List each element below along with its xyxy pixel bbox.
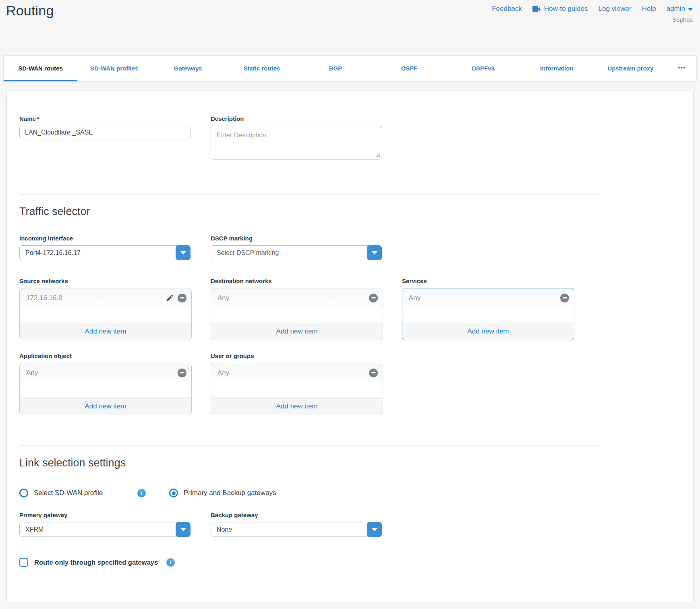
info-icon[interactable]: i — [137, 489, 146, 497]
info-icon[interactable]: i — [166, 558, 175, 567]
minus-bar — [371, 372, 376, 374]
name-label-text: Name — [19, 115, 36, 122]
tab-static-routes[interactable]: Static routes — [225, 56, 298, 81]
list-item: Any — [211, 288, 383, 307]
admin-user-label: admin — [667, 5, 685, 13]
name-input[interactable] — [19, 126, 191, 139]
radio-select-sdwan-profile[interactable]: Select SD-WAN profile — [19, 489, 130, 497]
gateway-mode-radio-row: Select SD-WAN profile i Primary and Back… — [19, 489, 681, 497]
add-new-item-button[interactable]: Add new item — [211, 398, 383, 415]
tab-ospf[interactable]: OSPF — [373, 56, 446, 81]
triangle-down-icon — [180, 251, 186, 255]
tab-ospfv3[interactable]: OSPFv3 — [446, 56, 520, 81]
user-group-item-text: Any — [217, 369, 369, 377]
box-empty-area — [211, 307, 383, 323]
dropdown-arrow-button[interactable] — [367, 522, 382, 537]
destination-networks-group: Destination networks Any Add new item — [211, 278, 383, 340]
backup-gateway-select[interactable]: None — [211, 522, 382, 537]
list-item: 172.16.16.0 — [20, 288, 191, 307]
radio-primary-backup-label: Primary and Backup gateways — [184, 489, 276, 497]
dropdown-arrow-button[interactable] — [367, 245, 382, 260]
remove-item-icon[interactable] — [369, 294, 378, 302]
radio-dot — [172, 491, 176, 495]
dscp-marking-label: DSCP marking — [211, 235, 382, 242]
tab-bgp[interactable]: BGP — [298, 56, 372, 81]
description-textarea[interactable] — [211, 126, 382, 160]
help-label: Help — [642, 5, 656, 13]
source-networks-group: Source networks 172.16.16.0 Add new item — [19, 278, 192, 340]
add-new-item-label: Add new item — [85, 327, 126, 336]
feedback-link-label: Feedback — [492, 5, 522, 13]
minus-bar — [563, 297, 567, 299]
add-new-item-button[interactable]: Add new item — [211, 323, 383, 340]
box-empty-area — [20, 307, 191, 323]
remove-item-icon[interactable] — [560, 294, 569, 302]
backup-gateway-label: Backup gateway — [211, 512, 382, 518]
feedback-link[interactable]: Feedback — [492, 5, 522, 13]
user-or-groups-label: User or groups — [211, 352, 383, 359]
brand-text: Sophos — [672, 16, 693, 23]
help-link[interactable]: Help — [642, 5, 656, 13]
radio-selected-icon[interactable] — [169, 489, 178, 497]
incoming-interface-select[interactable]: Port4-172.16.16.17 — [19, 245, 191, 260]
box-empty-area — [211, 382, 383, 398]
admin-user-menu[interactable]: admin — [667, 5, 693, 13]
description-label: Description — [211, 115, 382, 122]
description-textarea-wrap — [211, 126, 382, 160]
add-new-item-button[interactable]: Add new item — [402, 323, 574, 340]
log-viewer-label: Log viewer — [599, 5, 632, 13]
services-label: Services — [402, 278, 574, 284]
application-users-row: Application object Any Add new item User… — [19, 352, 681, 415]
name-field-group: Name* — [19, 115, 191, 160]
radio-unselected-icon[interactable] — [19, 489, 28, 497]
list-item: Any — [20, 363, 191, 382]
add-new-item-button[interactable]: Add new item — [20, 323, 191, 340]
primary-gateway-label: Primary gateway — [19, 512, 191, 518]
name-description-row: Name* Description — [19, 115, 681, 160]
primary-gateway-group: Primary gateway XFRM — [19, 512, 191, 537]
remove-item-icon[interactable] — [369, 369, 378, 377]
list-item: Any — [211, 363, 383, 382]
edit-pencil-icon[interactable] — [166, 294, 174, 302]
add-new-item-button[interactable]: Add new item — [20, 398, 191, 415]
incoming-interface-label: Incoming interface — [19, 235, 191, 242]
networks-row: Source networks 172.16.16.0 Add new item… — [19, 278, 681, 340]
source-network-item-text: 172.16.16.0 — [26, 294, 166, 302]
video-camera-icon — [532, 6, 541, 12]
radio-primary-backup-gateways[interactable]: Primary and Backup gateways — [169, 489, 276, 497]
add-new-item-label: Add new item — [85, 402, 126, 410]
route-only-checkbox[interactable] — [19, 558, 28, 567]
remove-item-icon[interactable] — [178, 369, 186, 377]
incoming-interface-value: Port4-172.16.16.17 — [25, 249, 81, 257]
tab-gateways[interactable]: Gateways — [151, 56, 225, 81]
tab-upstream-proxy[interactable]: Upstream proxy — [594, 56, 667, 81]
dropdown-arrow-button[interactable] — [176, 245, 191, 260]
services-group: Services Any Add new item — [402, 278, 574, 340]
destination-network-item-text: Any — [217, 294, 369, 302]
application-item-text: Any — [26, 369, 178, 377]
tab-sdwan-profiles[interactable]: SD-WAN profiles — [77, 56, 151, 81]
triangle-down-icon — [372, 528, 377, 531]
routing-tabbar: SD-WAN routes SD-WAN profiles Gateways S… — [3, 55, 697, 82]
list-item: Any — [402, 288, 574, 307]
tab-information[interactable]: Information — [520, 56, 594, 81]
primary-gateway-select[interactable]: XFRM — [19, 522, 191, 537]
chevron-down-icon — [688, 8, 693, 11]
section-divider — [19, 445, 600, 446]
header-links: Feedback How-to guides Log viewer Help a… — [492, 5, 693, 13]
dropdown-arrow-button[interactable] — [176, 522, 191, 537]
more-tabs-button[interactable]: ••• — [667, 56, 696, 81]
route-only-checkbox-row: Route only through specified gateways i — [19, 558, 681, 567]
dscp-marking-select[interactable]: Select DSCP marking — [211, 245, 382, 260]
traffic-selector-heading: Traffic selector — [19, 205, 681, 218]
user-or-groups-group: User or groups Any Add new item — [211, 352, 383, 415]
triangle-down-icon — [180, 528, 186, 531]
triangle-down-icon — [372, 251, 377, 255]
gateway-selects-row: Primary gateway XFRM Backup gateway None — [19, 512, 681, 537]
log-viewer-link[interactable]: Log viewer — [599, 5, 632, 13]
primary-gateway-value: XFRM — [25, 526, 43, 533]
remove-item-icon[interactable] — [178, 294, 186, 302]
source-networks-label: Source networks — [19, 278, 192, 284]
howto-guides-link[interactable]: How-to guides — [532, 5, 588, 13]
tab-sdwan-routes[interactable]: SD-WAN routes — [4, 56, 77, 81]
